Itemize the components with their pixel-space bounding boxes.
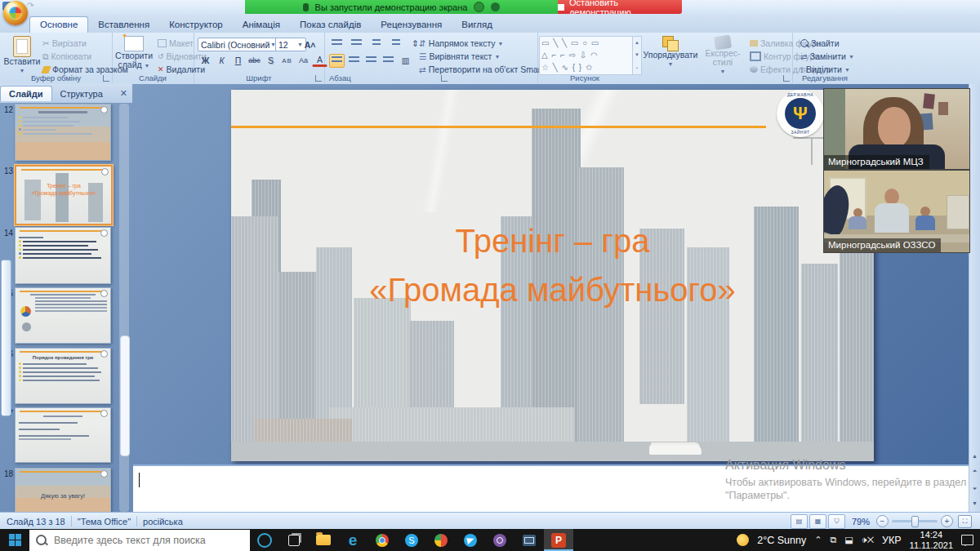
zoom-in-button[interactable]: + bbox=[941, 515, 953, 527]
zoom-out-button[interactable]: − bbox=[876, 515, 889, 527]
text-shadow-button[interactable]: S bbox=[263, 54, 278, 68]
tab-osnovne[interactable]: Основне bbox=[29, 16, 88, 33]
tab-animatsiya[interactable]: Анімація bbox=[233, 17, 290, 33]
slide-thumbnail[interactable] bbox=[15, 227, 111, 284]
slide-thumbnail-selected[interactable]: Тренінг – гра«Громада майбутнього» bbox=[15, 165, 113, 225]
tab-slides-pane[interactable]: Слайди bbox=[0, 86, 52, 101]
change-case-button[interactable]: Aa bbox=[296, 54, 311, 68]
fit-to-window-button[interactable]: ⛶ bbox=[958, 515, 972, 528]
font-dialog-launcher[interactable] bbox=[315, 75, 322, 82]
hidden-icons-chevron[interactable]: ⌃ bbox=[814, 535, 822, 545]
copy-button[interactable]: ⧉Копіювати bbox=[42, 51, 91, 62]
align-center-button[interactable] bbox=[346, 54, 362, 68]
notification-center-icon[interactable] bbox=[961, 535, 973, 545]
taskbar-search[interactable] bbox=[29, 530, 250, 551]
quick-styles-button[interactable]: Експрес-стилі▼ bbox=[697, 36, 748, 76]
scroll-down-icon[interactable]: ▼ bbox=[970, 500, 979, 506]
paste-button[interactable]: Вставити▼ bbox=[7, 36, 38, 75]
scroll-up-slide-icon[interactable]: ▲ bbox=[970, 453, 979, 459]
layout-button[interactable]: Макет bbox=[158, 38, 194, 49]
shapes-gallery[interactable]: ▭ ╲ ╲ ▭ ○ ▭ △ ⌐ ⌐ ⇨ ⇩ ◠ ☆ ╲ ∿ { } ✩ bbox=[539, 36, 635, 75]
main-scrollbar-thumb[interactable] bbox=[1, 260, 11, 416]
cortana-button[interactable] bbox=[250, 529, 279, 551]
office-button[interactable] bbox=[3, 1, 28, 25]
tab-konstruktor[interactable]: Конструктор bbox=[159, 17, 233, 33]
zoom-percentage[interactable]: 79% bbox=[852, 517, 870, 527]
paragraph-dialog-launcher[interactable] bbox=[441, 75, 448, 82]
align-text-button[interactable]: ☰Вирівняти текст▼ bbox=[419, 51, 500, 62]
align-right-button[interactable] bbox=[363, 54, 379, 68]
slide-thumbnail[interactable]: Дякую за увагу! bbox=[15, 468, 111, 513]
skype-button[interactable]: S bbox=[397, 529, 426, 551]
browser-button[interactable] bbox=[426, 529, 456, 551]
decrease-indent-button[interactable] bbox=[368, 37, 384, 51]
speaker-muted-icon[interactable]: 🕩✕ bbox=[862, 535, 874, 545]
slide-thumbnail[interactable]: Порядок проведення гри bbox=[15, 348, 111, 404]
new-slide-button[interactable]: ✦ Створити слайд ▼ bbox=[115, 36, 153, 70]
file-explorer-button[interactable] bbox=[309, 529, 338, 551]
weather-text[interactable]: 2°C Sunny bbox=[757, 535, 806, 546]
numbering-button[interactable] bbox=[349, 37, 364, 51]
next-slide-icon[interactable]: ⏷ bbox=[970, 486, 979, 492]
main-scrollbar[interactable] bbox=[969, 84, 980, 512]
tab-vstavlennya[interactable]: Вставлення bbox=[88, 17, 159, 33]
slide-thumbnail[interactable] bbox=[15, 104, 111, 161]
zoom-slider-thumb[interactable] bbox=[911, 516, 919, 527]
slide-sorter-button[interactable]: ▦ bbox=[809, 514, 826, 529]
close-pane-icon[interactable]: ✕ bbox=[120, 88, 132, 99]
language-indicator[interactable]: російська bbox=[143, 517, 183, 527]
edge-button[interactable]: e bbox=[338, 529, 368, 551]
mail-button[interactable] bbox=[514, 529, 544, 551]
shield-icon[interactable] bbox=[491, 2, 500, 11]
tablet-icon[interactable]: ⧉ bbox=[830, 535, 836, 545]
task-view-button[interactable] bbox=[279, 529, 309, 551]
normal-view-button[interactable]: ▤ bbox=[791, 514, 808, 529]
clipboard-dialog-launcher[interactable] bbox=[103, 75, 109, 82]
telegram-button[interactable] bbox=[456, 529, 485, 551]
align-left-button[interactable] bbox=[329, 54, 345, 68]
clock[interactable]: 14:24 11.11.2021 bbox=[910, 530, 953, 551]
stop-share-button[interactable]: Остановить демонстрацию bbox=[558, 0, 682, 14]
italic-button[interactable]: К bbox=[214, 54, 229, 68]
viber-button[interactable] bbox=[485, 529, 514, 551]
video-tile-2[interactable]: Мирноградський ОЗЗСО bbox=[823, 170, 970, 253]
video-tile-1[interactable]: Мирноградський МЦЗ bbox=[823, 88, 970, 170]
weather-sun-icon[interactable] bbox=[737, 534, 749, 546]
bold-button[interactable]: Ж bbox=[198, 54, 213, 68]
slide-title-line2[interactable]: «Громада майбутнього» bbox=[231, 265, 874, 314]
search-input[interactable] bbox=[52, 534, 227, 547]
chrome-button[interactable] bbox=[368, 529, 397, 551]
powerpoint-button-active[interactable]: P bbox=[544, 529, 573, 551]
cut-button[interactable]: ✂Вирізати bbox=[42, 38, 87, 49]
arrange-button[interactable]: Упорядкувати▼ bbox=[645, 36, 696, 69]
zoom-slider[interactable] bbox=[892, 520, 938, 522]
network-icon[interactable]: ⬓ bbox=[844, 535, 853, 545]
grow-font-button[interactable]: A˄ bbox=[302, 38, 318, 51]
bullets-button[interactable] bbox=[329, 37, 345, 51]
sidebar-scrollbar-thumb[interactable] bbox=[120, 335, 130, 456]
increase-indent-button[interactable] bbox=[388, 37, 403, 51]
previous-slide-icon[interactable]: ⏶ bbox=[970, 468, 979, 474]
tab-retsenzuvannya[interactable]: Рецензування bbox=[371, 17, 452, 33]
annotation-icon[interactable] bbox=[474, 2, 484, 12]
tab-outline-pane[interactable]: Структура bbox=[52, 87, 111, 101]
underline-button[interactable]: П bbox=[230, 54, 246, 68]
columns-button[interactable]: ▥ bbox=[398, 54, 413, 68]
slide-thumbnail[interactable] bbox=[15, 287, 111, 344]
tab-vyglyad[interactable]: Вигляд bbox=[452, 17, 502, 33]
slide-canvas[interactable]: ДЕРЖАВНА Ψ ЗАЙНЯТ Тренінг – гра «Громада… bbox=[231, 90, 874, 461]
slideshow-button[interactable]: ⛉ bbox=[828, 514, 845, 529]
redo-icon[interactable]: ↷ bbox=[27, 1, 33, 10]
start-button[interactable] bbox=[0, 529, 29, 551]
text-direction-button[interactable]: ⇵Напрямок тексту▼ bbox=[419, 38, 504, 49]
slide-title-line1[interactable]: Тренінг – гра bbox=[231, 216, 874, 265]
drawing-dialog-launcher[interactable] bbox=[783, 75, 790, 82]
justify-button[interactable] bbox=[381, 54, 396, 68]
char-spacing-button[interactable]: AB bbox=[279, 54, 295, 68]
strikethrough-button[interactable]: abc bbox=[247, 54, 262, 68]
find-button[interactable]: Знайти bbox=[800, 38, 840, 49]
slide-thumbnail[interactable] bbox=[15, 407, 111, 463]
font-family-select[interactable]: Calibri (Основний▼ bbox=[198, 38, 279, 51]
tab-pokaz-slaidiv[interactable]: Показ слайдів bbox=[290, 17, 371, 33]
keyboard-language[interactable]: УКР bbox=[882, 535, 902, 546]
